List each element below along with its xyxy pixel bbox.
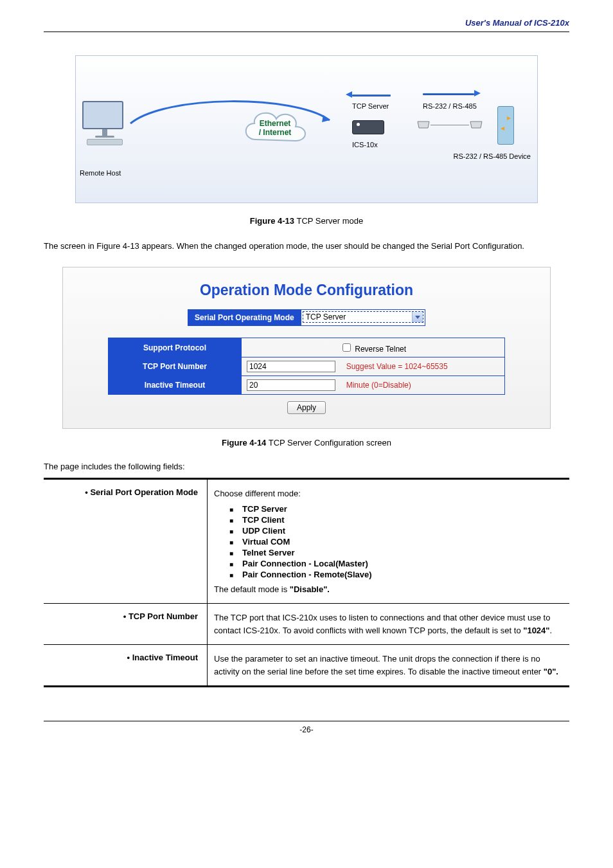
field-desc-tcp-port: The TCP port that ICS-210x uses to liste…: [214, 611, 563, 637]
field-name-tcp-port: TCP Port Number: [123, 611, 198, 621]
tcp-server-mode-diagram: Remote Host Ethernet/ Internet ICS-10x T…: [75, 55, 538, 203]
inactive-timeout-hint: Minute (0=Disable): [346, 381, 411, 390]
operating-mode-label: Serial Port Operating Mode: [188, 309, 301, 326]
svg-marker-2: [501, 127, 511, 131]
serial-device-icon: [483, 106, 528, 145]
list-item: Telnet Server: [229, 548, 563, 557]
fields-intro: The page includes the following fields:: [44, 462, 569, 471]
serial-connector-left-icon: [416, 120, 431, 129]
tcp-direction-arrowhead: [346, 91, 352, 98]
tcp-server-label: TCP Server: [352, 102, 389, 110]
tcp-port-input[interactable]: [247, 361, 335, 372]
figure-4-14-caption: Figure 4-14 TCP Server Configuration scr…: [44, 438, 569, 448]
rs-direction-line: [423, 93, 474, 95]
rs-device-label: RS-232 / RS-485 Device: [454, 152, 531, 160]
serial-wire: [431, 125, 469, 125]
operating-mode-select[interactable]: TCP Server: [303, 311, 423, 323]
page-header: User's Manual of ICS-210x: [44, 18, 569, 32]
list-item: TCP Client: [229, 515, 563, 525]
svg-marker-3: [415, 316, 420, 319]
svg-marker-1: [501, 116, 511, 120]
rs-direction-arrowhead: [474, 90, 481, 96]
paragraph-intro: The screen in Figure 4-13 appears. When …: [44, 240, 569, 253]
tcp-direction-line: [352, 95, 391, 96]
rs-label: RS-232 / RS-485: [423, 102, 477, 110]
serial-connector-right-icon: [469, 120, 483, 129]
field-desc-inactive-timeout: Use the parameter to set an inactive tim…: [214, 653, 563, 678]
chevron-down-icon[interactable]: [412, 312, 423, 322]
config-title: Operation Mode Configuration: [108, 282, 505, 299]
config-table: Support Protocol Reverse Telnet TCP Port…: [108, 338, 505, 395]
operation-mode-config-panel: Operation Mode Configuration Serial Port…: [62, 267, 551, 429]
operating-mode-row: Serial Port Operating Mode TCP Server: [188, 309, 425, 326]
remote-host-icon: [82, 101, 127, 145]
list-item: Pair Connection - Local(Master): [229, 559, 563, 568]
ics-label: ICS-10x: [352, 141, 378, 149]
field-name-inactive-timeout: Inactive Timeout: [127, 653, 198, 662]
inactive-timeout-label: Inactive Timeout: [109, 376, 242, 395]
list-item: Pair Connection - Remote(Slave): [229, 570, 563, 579]
fields-description-table: Serial Port Operation Mode Choose differ…: [44, 478, 569, 687]
field-name-serial-mode: Serial Port Operation Mode: [85, 487, 198, 497]
mode-option-list: TCP Server TCP Client UDP Client Virtual…: [229, 504, 563, 579]
tcp-port-label: TCP Port Number: [109, 357, 242, 376]
field-desc-serial-mode-intro: Choose different mode:: [214, 487, 563, 500]
field-desc-serial-mode-outro: The default mode is "Disable".: [214, 583, 563, 596]
remote-host-label: Remote Host: [80, 169, 121, 177]
link-arrow-main: [127, 88, 333, 140]
ics-converter-icon: [352, 120, 384, 134]
figure-4-13-caption: Figure 4-13 TCP Server mode: [44, 216, 569, 226]
inactive-timeout-input[interactable]: [247, 379, 335, 391]
list-item: UDP Client: [229, 526, 563, 536]
tcp-port-hint: Suggest Value = 1024~65535: [346, 362, 448, 371]
page-footer: -26-: [44, 721, 569, 734]
list-item: TCP Server: [229, 504, 563, 514]
reverse-telnet-checkbox[interactable]: Reverse Telnet: [340, 345, 406, 354]
list-item: Virtual COM: [229, 537, 563, 547]
support-protocol-label: Support Protocol: [109, 338, 242, 357]
apply-button[interactable]: Apply: [287, 401, 326, 414]
